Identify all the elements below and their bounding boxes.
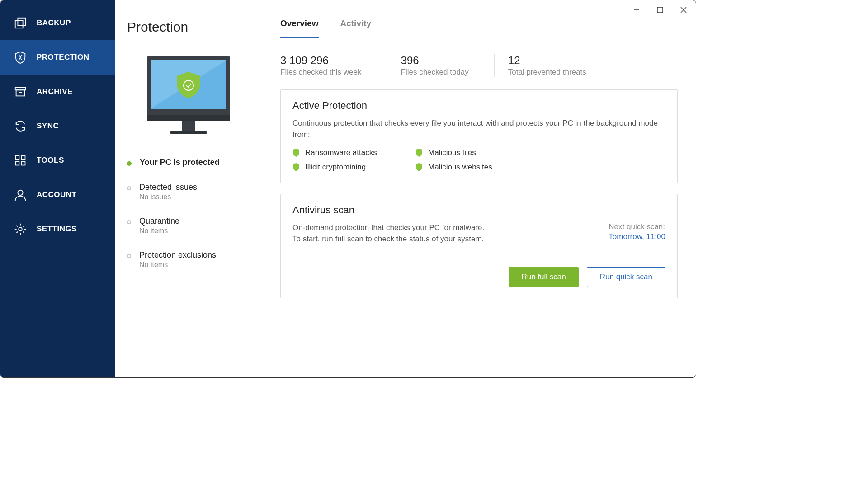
sidebar-item-backup[interactable]: BACKUP: [0, 6, 115, 40]
stat-label: Files checked today: [401, 68, 469, 77]
status-protected-row[interactable]: Your PC is protected: [127, 151, 250, 176]
card-description: On-demand protection that checks your PC…: [292, 222, 486, 244]
svg-rect-1: [18, 18, 25, 26]
status-row-sub: No issues: [139, 193, 197, 201]
status-row-title: Quarantine: [139, 216, 179, 226]
svg-rect-16: [170, 131, 207, 134]
stat-files-week: 3 109 296 Files checked this week: [280, 54, 387, 77]
shield-mini-icon: [415, 149, 423, 157]
sidebar-item-protection[interactable]: PROTECTION: [0, 40, 115, 75]
antivirus-scan-card: Antivirus scan On-demand protection that…: [280, 194, 678, 298]
svg-rect-7: [16, 162, 19, 165]
grid-icon: [13, 153, 28, 168]
card-title: Antivirus scan: [292, 204, 665, 216]
stat-value: 396: [401, 54, 469, 67]
status-dot-icon: [127, 186, 131, 190]
active-protection-card: Active Protection Continuous protection …: [280, 89, 678, 183]
page-title: Protection: [127, 19, 250, 35]
threat-item: Ransomware attacks: [292, 148, 405, 157]
shield-icon: [13, 50, 28, 65]
protection-summary-panel: Protection Your PC is protected Detected…: [115, 0, 262, 377]
stat-value: 3 109 296: [280, 54, 362, 67]
status-quarantine-row[interactable]: Quarantine No items: [127, 210, 250, 244]
sidebar-item-label: TOOLS: [37, 156, 64, 165]
threat-item: Malicious files: [415, 148, 528, 157]
sidebar-item-tools[interactable]: TOOLS: [0, 143, 115, 178]
sidebar-item-archive[interactable]: ARCHIVE: [0, 75, 115, 109]
stat-files-today: 396 Files checked today: [387, 54, 494, 77]
shield-mini-icon: [292, 149, 300, 157]
sidebar-item-account[interactable]: ACCOUNT: [0, 178, 115, 212]
threat-label: Malicious websites: [428, 163, 492, 172]
card-title: Active Protection: [292, 100, 665, 112]
sidebar-item-label: SETTINGS: [37, 225, 77, 234]
svg-rect-8: [22, 162, 25, 165]
svg-rect-15: [182, 121, 195, 131]
backup-icon: [13, 16, 28, 30]
sidebar-item-label: ACCOUNT: [37, 190, 77, 199]
status-row-sub: No items: [139, 261, 216, 269]
next-scan-value: Tomorrow, 11:00: [609, 232, 665, 241]
sidebar: BACKUP PROTECTION ARCHIVE SYNC TOOLS ACC…: [0, 0, 115, 377]
sidebar-item-settings[interactable]: SETTINGS: [0, 212, 115, 246]
tab-overview[interactable]: Overview: [280, 19, 319, 38]
status-exclusions-row[interactable]: Protection exclusions No items: [127, 244, 250, 278]
tab-activity[interactable]: Activity: [340, 19, 372, 38]
status-row-sub: No items: [139, 227, 179, 235]
status-dot-icon: [127, 161, 132, 166]
svg-point-9: [18, 190, 23, 195]
minimize-button[interactable]: [631, 4, 642, 16]
next-scan-label: Next quick scan:: [609, 222, 665, 231]
svg-rect-5: [16, 156, 19, 160]
shield-mini-icon: [415, 163, 423, 171]
threat-label: Illicit cryptomining: [305, 163, 366, 172]
archive-icon: [13, 85, 28, 99]
sidebar-item-label: ARCHIVE: [37, 87, 73, 96]
threat-item: Illicit cryptomining: [292, 163, 405, 172]
close-button[interactable]: [678, 4, 689, 16]
status-row-title: Detected issues: [139, 183, 197, 192]
next-scan-info: Next quick scan: Tomorrow, 11:00: [609, 222, 665, 244]
threat-label: Ransomware attacks: [305, 148, 377, 157]
svg-rect-6: [22, 156, 25, 160]
sidebar-item-label: BACKUP: [37, 19, 71, 28]
status-protected-label: Your PC is protected: [140, 158, 220, 167]
svg-rect-14: [147, 115, 230, 121]
account-icon: [13, 188, 28, 202]
status-dot-icon: [127, 220, 131, 224]
shield-mini-icon: [292, 163, 300, 171]
gear-icon: [13, 222, 28, 236]
threat-label: Malicious files: [428, 148, 476, 157]
stats-row: 3 109 296 Files checked this week 396 Fi…: [262, 39, 696, 89]
maximize-button[interactable]: [654, 4, 666, 16]
status-detected-issues-row[interactable]: Detected issues No issues: [127, 176, 250, 210]
window-controls: [631, 4, 689, 16]
main-content: Overview Activity 3 109 296 Files checke…: [262, 0, 696, 377]
card-description: Continuous protection that checks every …: [292, 118, 665, 140]
stat-value: 12: [508, 54, 586, 67]
run-quick-scan-button[interactable]: Run quick scan: [587, 267, 665, 287]
run-full-scan-button[interactable]: Run full scan: [509, 267, 578, 287]
monitor-illustration: [139, 53, 238, 139]
svg-rect-3: [16, 90, 25, 96]
stat-threats: 12 Total prevented threats: [494, 54, 612, 77]
sidebar-item-label: PROTECTION: [37, 53, 89, 62]
status-row-title: Protection exclusions: [139, 250, 216, 260]
stat-label: Total prevented threats: [508, 68, 586, 77]
sync-icon: [13, 119, 28, 133]
status-dot-icon: [127, 254, 131, 258]
stat-label: Files checked this week: [280, 68, 362, 77]
svg-rect-19: [657, 7, 663, 13]
svg-rect-0: [15, 20, 23, 28]
threat-item: Malicious websites: [415, 163, 528, 172]
sidebar-item-label: SYNC: [37, 122, 59, 131]
sidebar-item-sync[interactable]: SYNC: [0, 109, 115, 143]
svg-point-10: [19, 227, 22, 231]
